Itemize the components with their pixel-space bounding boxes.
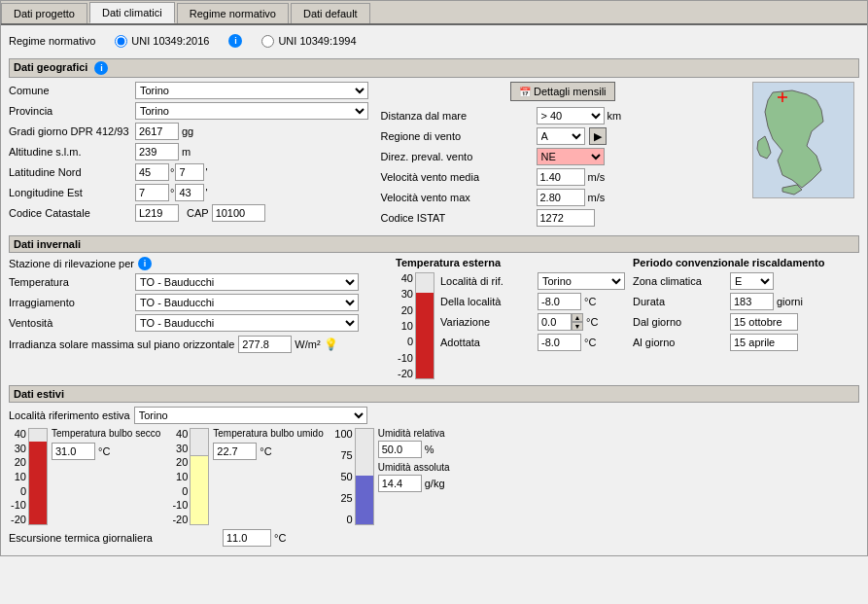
della-localita-unit: °C [584, 296, 596, 307]
bulbo-umido-bar [191, 455, 208, 524]
stazione-label: Stazione di rilevazione per [9, 258, 134, 269]
info-icon[interactable]: i [228, 34, 242, 48]
umidita-axis: 100 75 50 25 0 [333, 428, 355, 525]
dettagli-mensili-button[interactable]: 📅 Dettagli mensili [510, 82, 615, 101]
bulbo-umido-input[interactable] [213, 443, 257, 460]
bulbo-secco-title: Temperatura bulbo secco [52, 428, 160, 439]
della-localita-input[interactable] [538, 293, 581, 310]
umidita-rel-input[interactable] [378, 441, 422, 458]
direz-vento-select[interactable]: NE [537, 148, 605, 165]
dati-estivi-header: Dati estivi [9, 385, 859, 403]
latitudine-min-input[interactable] [175, 163, 204, 181]
ventosita-label: Ventosità [9, 317, 135, 329]
umidita-assoluta-unit: g/kg [425, 478, 445, 489]
umidita-assoluta-input[interactable] [378, 475, 422, 492]
umidita-assoluta-title: Umidità assoluta [378, 462, 450, 473]
comune-select[interactable]: Torino [135, 82, 368, 99]
adottata-input[interactable] [538, 334, 581, 351]
dati-geografici-info[interactable]: i [94, 61, 108, 75]
latitudine-label: Latitudine Nord [9, 166, 135, 178]
winter-bar [416, 293, 434, 378]
calendar-icon: 📅 [519, 87, 531, 97]
provincia-select[interactable]: Torino [135, 102, 368, 120]
regione-vento-label: Regione di vento [381, 130, 537, 142]
variazione-up[interactable]: ▲ [572, 313, 583, 322]
velocita-media-label: Velocità vento media [381, 171, 537, 183]
longitudine-min-input[interactable] [175, 184, 204, 201]
umidita-container: 100 75 50 25 0 Umidità relativa [333, 428, 450, 525]
al-giorno-input[interactable] [730, 334, 798, 351]
velocita-max-input[interactable] [537, 189, 585, 206]
ventosita-select[interactable]: TO - Bauducchi [135, 314, 359, 332]
stazione-info[interactable]: i [138, 257, 152, 270]
localita-estiva-select[interactable]: Torino [134, 407, 367, 424]
irradianza-label: Irradianza solare massima sul piano oriz… [9, 338, 234, 350]
irradianza-input[interactable] [238, 336, 292, 353]
longitudine-deg-input[interactable] [135, 184, 169, 201]
tab-dati-default[interactable]: Dati default [291, 3, 370, 23]
temperatura-label: Temperatura [9, 276, 135, 288]
bulbo-umido-axis: 40 30 20 10 0 -10 -20 [170, 428, 190, 525]
codice-istat-input[interactable] [537, 209, 595, 227]
latitudine-deg-input[interactable] [135, 163, 169, 181]
regime-option1[interactable]: UNI 10349:2016 [115, 35, 209, 48]
irraggiamento-select[interactable]: TO - Bauducchi [135, 294, 359, 311]
bulbo-secco-unit: °C [98, 445, 110, 457]
dal-giorno-input[interactable] [730, 313, 798, 331]
localita-rif-select[interactable]: Torino [538, 272, 625, 290]
dal-giorno-label: Dal giorno [633, 316, 730, 328]
temp-esterna-title: Temperatura esterna [396, 257, 625, 268]
codice-catastale-input[interactable] [135, 204, 179, 222]
velocita-media-input[interactable] [537, 168, 585, 186]
variazione-input[interactable] [538, 313, 572, 331]
adottata-unit: °C [584, 337, 596, 348]
codice-catastale-label: Codice Catastale [9, 207, 135, 219]
temperatura-select[interactable]: TO - Bauducchi [135, 273, 359, 291]
bulbo-umido-unit: °C [260, 445, 271, 457]
dati-invernali-header: Dati invernali [9, 235, 859, 253]
zona-climatica-label: Zona climatica [633, 275, 730, 287]
gradi-giorno-input[interactable] [135, 123, 179, 140]
bulbo-secco-chart [28, 428, 48, 525]
localita-rif-label: Località di rif. [440, 275, 538, 287]
durata-unit: giorni [777, 296, 803, 307]
zona-climatica-select[interactable]: E [730, 272, 774, 290]
regione-vento-play-button[interactable]: ▶ [589, 127, 607, 145]
tab-dati-climatici[interactable]: Dati climatici [89, 2, 175, 23]
dati-geografici-header: Dati geografici i [9, 58, 859, 78]
altitudine-input[interactable] [135, 143, 179, 160]
umidita-chart [355, 428, 374, 525]
durata-input[interactable] [730, 293, 774, 310]
lightbulb-icon: 💡 [324, 338, 338, 351]
variazione-spinbox: ▲ ▼ [538, 313, 583, 331]
cap-input[interactable] [212, 204, 265, 222]
escursione-label: Escursione termica giornaliera [9, 532, 223, 544]
codice-istat-label: Codice ISTAT [381, 212, 537, 224]
longitudine-label: Longitudine Est [9, 187, 135, 198]
regione-vento-select[interactable]: A [537, 127, 585, 145]
bulbo-secco-bar [29, 442, 47, 524]
tab-dati-progetto[interactable]: Dati progetto [1, 3, 87, 23]
comune-label: Comune [9, 85, 135, 96]
italy-map-svg [753, 83, 854, 198]
durata-label: Durata [633, 296, 730, 307]
variazione-unit: °C [586, 316, 598, 328]
escursione-input[interactable] [223, 529, 271, 547]
gradi-giorno-unit: gg [182, 125, 193, 137]
umidita-rel-unit: % [425, 444, 434, 455]
tab-regime-normativo[interactable]: Regime normativo [177, 3, 289, 23]
escursione-unit: °C [274, 532, 286, 544]
direz-vento-label: Direz. preval. vento [381, 151, 537, 162]
variazione-label: Variazione [440, 316, 538, 328]
distanza-mare-select[interactable]: > 40 [537, 107, 605, 124]
irraggiamento-label: Irraggiamento [9, 297, 135, 308]
distanza-mare-unit: km [608, 110, 622, 122]
periodo-title: Periodo convenzionale riscaldamento [633, 257, 859, 268]
bulbo-secco-input[interactable] [52, 443, 95, 460]
regime-option2[interactable]: UNI 10349:1994 [261, 35, 356, 48]
winter-chart-labels: 40 30 20 10 0 -10 -20 [396, 272, 415, 379]
irradianza-unit: W/m² [295, 338, 320, 350]
variazione-down[interactable]: ▼ [572, 322, 583, 331]
velocita-media-unit: m/s [588, 171, 606, 183]
cap-label: CAP [187, 207, 209, 219]
